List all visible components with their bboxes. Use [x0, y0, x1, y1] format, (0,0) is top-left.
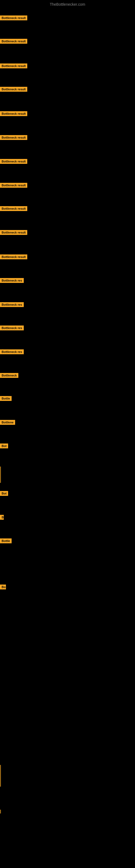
bottleneck-result-badge: Bot: [0, 491, 8, 496]
bottleneck-result-badge: Bottleneck result: [0, 206, 27, 211]
bottleneck-result-badge: Bottleneck res: [0, 349, 24, 354]
bottleneck-result-badge: Bottleneck result: [0, 135, 27, 140]
bottleneck-result-badge: Bottleneck: [0, 373, 18, 378]
bottleneck-result-badge: Bottleneck res: [0, 326, 24, 330]
vertical-indicator-line: [0, 810, 1, 813]
bottleneck-result-badge: Bottleneck result: [0, 159, 27, 164]
vertical-indicator-line: [0, 467, 1, 483]
bottleneck-result-badge: Bottleneck result: [0, 183, 27, 188]
bottleneck-result-badge: Bottleneck result: [0, 16, 27, 20]
bottleneck-result-badge: Bottleneck result: [0, 230, 27, 235]
bottleneck-result-badge: B: [0, 515, 4, 520]
site-title: TheBottlenecker.com: [0, 0, 135, 9]
bottleneck-result-badge: Bottleneck result: [0, 87, 27, 92]
bottleneck-result-badge: Bot: [0, 443, 8, 448]
bottleneck-result-badge: Bottle: [0, 538, 12, 543]
bottleneck-result-badge: Bottleneck result: [0, 39, 27, 44]
bottleneck-result-badge: Bo: [0, 585, 6, 589]
bottleneck-result-badge: Bottleneck result: [0, 63, 27, 68]
bottleneck-result-badge: Bottle: [0, 396, 12, 401]
bottleneck-result-badge: Bottlene: [0, 420, 15, 425]
bottleneck-result-badge: Bottleneck result: [0, 254, 27, 259]
bottleneck-result-badge: Bottleneck res: [0, 302, 24, 307]
bottleneck-result-badge: Bottleneck res: [0, 278, 24, 283]
bottleneck-result-badge: Bottleneck result: [0, 111, 27, 116]
vertical-indicator-line: [0, 765, 1, 786]
